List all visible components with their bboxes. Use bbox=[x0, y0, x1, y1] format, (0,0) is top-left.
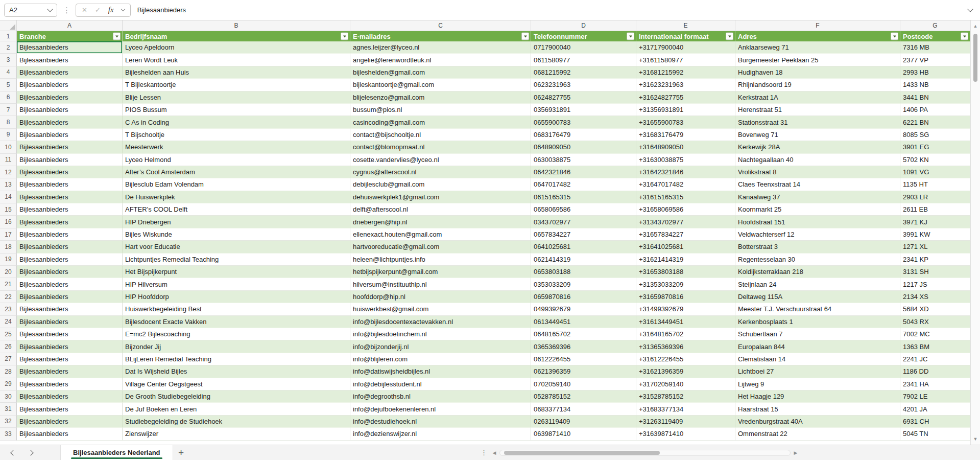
cell-e[interactable]: +31343702977 bbox=[636, 216, 735, 228]
cell-f[interactable]: Herenstraat 51 bbox=[735, 104, 900, 116]
sheet-tab-active[interactable]: Bijlesaanbieders Nederland bbox=[60, 445, 173, 460]
cell-b[interactable]: De Juf Boeken en Leren bbox=[123, 403, 350, 415]
cell-g[interactable]: 1433 NB bbox=[900, 79, 970, 91]
cell-b[interactable]: Huiswerkbegeleiding Best bbox=[123, 303, 350, 315]
cell-e[interactable]: +31356931891 bbox=[636, 104, 735, 116]
cell-f[interactable]: Koldijksterraklaan 218 bbox=[735, 266, 900, 278]
column-header-f[interactable]: F bbox=[735, 20, 900, 31]
cell-f[interactable]: Deltaweg 115A bbox=[735, 291, 900, 303]
row-header[interactable]: 23 bbox=[0, 303, 17, 315]
cell-g[interactable]: 3991 KW bbox=[900, 228, 970, 241]
cell-a[interactable]: Bijlesaanbieders bbox=[17, 166, 123, 178]
cell-d[interactable]: 0365369396 bbox=[531, 340, 636, 353]
row-header[interactable]: 21 bbox=[0, 278, 17, 290]
confirm-icon[interactable]: ✓ bbox=[95, 6, 101, 14]
row-header[interactable]: 27 bbox=[0, 353, 17, 365]
cell-e[interactable]: +31681215992 bbox=[636, 66, 735, 79]
cell-c[interactable]: hoofddorp@hip.nl bbox=[350, 291, 531, 303]
cell-b[interactable]: Studiebegeleiding de Studiehoek bbox=[123, 416, 350, 428]
cell-d[interactable]: 0263119409 bbox=[531, 416, 636, 428]
cell-d[interactable]: 0612226455 bbox=[531, 353, 636, 365]
cell-d[interactable]: 0343702977 bbox=[531, 216, 636, 228]
cell-c[interactable]: info@bijlesdoetinchem.nl bbox=[350, 328, 531, 340]
cell-c[interactable]: hetbijspijkerpunt@gmail.com bbox=[350, 266, 531, 278]
row-header[interactable]: 15 bbox=[0, 203, 17, 216]
cell-a[interactable]: Bijlesaanbieders bbox=[17, 79, 123, 91]
cell-c[interactable]: info@bijzonderjij.nl bbox=[350, 340, 531, 353]
cell-f[interactable]: Burgemeester Peeklaan 25 bbox=[735, 54, 900, 66]
cell-f[interactable]: Vredenburgstraat 40A bbox=[735, 416, 900, 428]
cell-a[interactable]: Bijlesaanbieders bbox=[17, 91, 123, 104]
cell-d[interactable]: 0648909050 bbox=[531, 141, 636, 153]
cell-a[interactable]: Bijlesaanbieders bbox=[17, 278, 123, 290]
cell-b[interactable]: Lyceo Helmond bbox=[123, 154, 350, 166]
cell-c[interactable]: cygnus@afterscool.nl bbox=[350, 166, 531, 178]
cell-c[interactable]: blijelesenzo@gmail.com bbox=[350, 91, 531, 104]
cell-b[interactable]: After’s Cool Amsterdam bbox=[123, 166, 350, 178]
cell-b[interactable]: Hart voor Educatie bbox=[123, 241, 350, 253]
cell-c[interactable]: bijleshelden@gmail.com bbox=[350, 66, 531, 79]
cell-g[interactable]: 3901 EG bbox=[900, 141, 970, 153]
cell-a[interactable]: Bijlesaanbieders bbox=[17, 390, 123, 403]
row-header[interactable]: 22 bbox=[0, 291, 17, 303]
cell-b[interactable]: Blije Lessen bbox=[123, 91, 350, 104]
cell-c[interactable]: ellenexact.houten@gmail.com bbox=[350, 228, 531, 241]
cell-d[interactable]: 0657834227 bbox=[531, 228, 636, 241]
row-header[interactable]: 13 bbox=[0, 178, 17, 191]
cell-f[interactable]: Ommenstraat 22 bbox=[735, 428, 900, 440]
row-header[interactable]: 3 bbox=[0, 54, 17, 66]
vertical-scroll-thumb[interactable] bbox=[973, 34, 977, 82]
horizontal-scroll-thumb[interactable] bbox=[504, 451, 660, 455]
cell-d[interactable]: 0613449451 bbox=[531, 316, 636, 328]
cell-e[interactable]: +31683176479 bbox=[636, 129, 735, 141]
cell-g[interactable]: 1271 XL bbox=[900, 241, 970, 253]
cell-d[interactable]: 0647017482 bbox=[531, 178, 636, 191]
cell-f[interactable]: Veldwachterserf 12 bbox=[735, 228, 900, 241]
row-header[interactable]: 2 bbox=[0, 41, 17, 54]
row-header[interactable]: 14 bbox=[0, 191, 17, 203]
row-header[interactable]: 24 bbox=[0, 316, 17, 328]
cell-b[interactable]: HIP Driebergen bbox=[123, 216, 350, 228]
cell-e[interactable]: +31612226455 bbox=[636, 353, 735, 365]
cell-e[interactable]: +31499392679 bbox=[636, 303, 735, 315]
cell-a[interactable]: Bijlesaanbieders bbox=[17, 66, 123, 79]
row-header[interactable]: 16 bbox=[0, 216, 17, 228]
cell-f[interactable]: Kerkstraat 1A bbox=[735, 91, 900, 104]
filter-button[interactable] bbox=[521, 33, 529, 40]
cell-b[interactable]: De Huiswerkplek bbox=[123, 191, 350, 203]
cell-a[interactable]: Bijlesaanbieders bbox=[17, 228, 123, 241]
cell-g[interactable]: 3441 BN bbox=[900, 91, 970, 104]
cell-d[interactable]: 0356931891 bbox=[531, 104, 636, 116]
cell-b[interactable]: AFTER’s COOL Delft bbox=[123, 203, 350, 216]
select-all-corner[interactable] bbox=[0, 20, 17, 31]
cell-a[interactable]: Bijlesaanbieders bbox=[17, 403, 123, 415]
cell-c[interactable]: contact@bijschooltje.nl bbox=[350, 129, 531, 141]
cell-e[interactable]: +31659870816 bbox=[636, 291, 735, 303]
cell-a[interactable]: Bijlesaanbieders bbox=[17, 291, 123, 303]
cell-c[interactable]: casincoding@gmail.com bbox=[350, 116, 531, 128]
cell-b[interactable]: C As in Coding bbox=[123, 116, 350, 128]
cell-c[interactable]: info@dejufboekenenleren.nl bbox=[350, 403, 531, 415]
cell-a[interactable]: Bijlesaanbieders bbox=[17, 203, 123, 216]
row-header[interactable]: 17 bbox=[0, 228, 17, 241]
cell-c[interactable]: bijleskantoortje@gmail.com bbox=[350, 79, 531, 91]
cell-a[interactable]: Bijlesaanbieders bbox=[17, 303, 123, 315]
cell-c[interactable]: info@degroothsb.nl bbox=[350, 390, 531, 403]
cell-f[interactable]: Vrolikstraat 8 bbox=[735, 166, 900, 178]
cell-a[interactable]: Bijlesaanbieders bbox=[17, 191, 123, 203]
cell-e[interactable]: +31353033209 bbox=[636, 278, 735, 290]
cell-c[interactable]: agnes.leijzer@lyceo.nl bbox=[350, 41, 531, 54]
cell-g[interactable]: 5702 KN bbox=[900, 154, 970, 166]
cell-a[interactable]: Bijlesaanbieders bbox=[17, 254, 123, 266]
cell-c[interactable]: info@datiswijsheidbijles.nl bbox=[350, 365, 531, 378]
cell-b[interactable]: Lyceo Apeldoorn bbox=[123, 41, 350, 54]
cell-d[interactable]: 0659870816 bbox=[531, 291, 636, 303]
cell-b[interactable]: Bijles Wiskunde bbox=[123, 228, 350, 241]
cell-g[interactable]: 5684 XD bbox=[900, 303, 970, 315]
column-header-g[interactable]: G bbox=[900, 20, 970, 31]
column-header-d[interactable]: D bbox=[531, 20, 636, 31]
cell-g[interactable]: 2377 VP bbox=[900, 54, 970, 66]
cell-g[interactable]: 7316 MB bbox=[900, 41, 970, 54]
cell-b[interactable]: Zienswijzer bbox=[123, 428, 350, 440]
cell-b[interactable]: Het Bijspijkerpunt bbox=[123, 266, 350, 278]
